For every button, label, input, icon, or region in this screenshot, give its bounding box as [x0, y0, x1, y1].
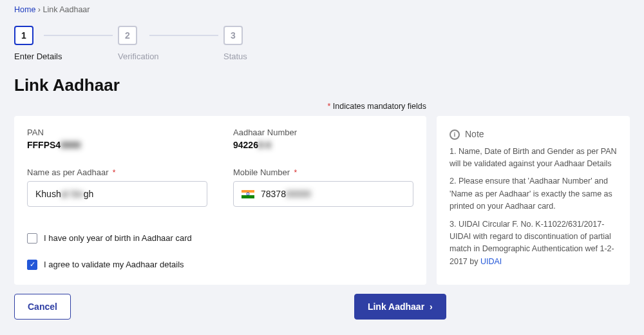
note-p1: 1. Name, Date of Birth and Gender as per… [450, 146, 617, 171]
step-2-box: 2 [118, 26, 137, 45]
asterisk-icon: * [292, 168, 297, 177]
aadhaar-value: 942260 4 [233, 140, 413, 150]
info-icon: i [450, 129, 460, 140]
step-1-box: 1 [14, 26, 33, 45]
checkbox-yob-only[interactable]: I have only year of birth in Aadhaar car… [27, 229, 413, 247]
mobile-masked: 00000 [286, 189, 311, 199]
step-3-label: Status [223, 52, 247, 61]
name-label: Name as per Aadhaar * [27, 168, 207, 177]
asterisk-icon: * [110, 168, 115, 177]
breadcrumb-current: Link Aadhaar [43, 5, 90, 14]
step-3: 3 Status [223, 26, 334, 61]
note-title: Note [465, 128, 484, 142]
breadcrumb: Home › Link Aadhaar [0, 0, 644, 19]
aadhaar-label: Aadhaar Number [233, 128, 413, 137]
pan-value: FFFPS40000 [27, 140, 207, 150]
step-3-box: 3 [223, 26, 243, 45]
cancel-button[interactable]: Cancel [14, 294, 71, 320]
checkbox-unchecked-icon[interactable] [27, 233, 37, 244]
step-line-2 [149, 35, 218, 36]
name-field-group: Name as per Aadhaar * Khushal Singh [27, 168, 207, 214]
note-p3: 3. UIDAI Circular F. No. K-11022/631/201… [450, 218, 617, 269]
step-2: 2 Verification [118, 26, 228, 61]
aadhaar-field: Aadhaar Number 942260 4 [233, 128, 413, 157]
page-title: Link Aadhaar [0, 61, 644, 98]
checkbox-yob-label: I have only year of birth in Aadhaar car… [44, 233, 192, 243]
pan-masked: 0000 [61, 140, 80, 150]
mobile-field-group: Mobile Number * 7837800000 [233, 168, 413, 214]
name-masked: al Sin [61, 189, 84, 199]
asterisk-icon: * [327, 102, 332, 111]
step-2-label: Verification [118, 52, 159, 61]
checkbox-agree-label: I agree to validate my Aadhaar details [44, 260, 184, 269]
actions-row: Cancel Link Aadhaar › [0, 285, 644, 320]
note-header: i Note [450, 128, 617, 142]
chevron-right-icon: › [430, 302, 433, 312]
stepper: 1 Enter Details 2 Verification 3 Status [0, 19, 644, 61]
link-aadhaar-button[interactable]: Link Aadhaar › [354, 294, 446, 320]
form-card: PAN FFFPS40000 Aadhaar Number 942260 4 N… [14, 116, 426, 285]
breadcrumb-home-link[interactable]: Home [14, 5, 35, 14]
name-input-wrapper[interactable]: Khushal Singh [27, 181, 207, 207]
mobile-input-wrapper[interactable]: 7837800000 [233, 181, 413, 207]
note-p2: 2. Please ensure that 'Aadhaar Number' a… [450, 175, 617, 213]
step-line-1 [44, 35, 113, 36]
checkbox-checked-icon[interactable]: ✓ [27, 260, 37, 270]
step-1: 1 Enter Details [14, 26, 124, 61]
pan-label: PAN [27, 128, 207, 137]
mobile-label: Mobile Number * [233, 168, 413, 177]
mandatory-fields-note: * Indicates mandatory fields [0, 98, 440, 116]
aadhaar-masked: 0 4 [258, 140, 270, 150]
step-1-label: Enter Details [14, 52, 62, 61]
uidai-link[interactable]: UIDAI [480, 257, 502, 266]
india-flag-icon [242, 190, 254, 198]
note-card: i Note 1. Name, Date of Birth and Gender… [437, 116, 630, 285]
pan-field: PAN FFFPS40000 [27, 128, 207, 157]
checkbox-agree[interactable]: ✓ I agree to validate my Aadhaar details [27, 256, 413, 273]
